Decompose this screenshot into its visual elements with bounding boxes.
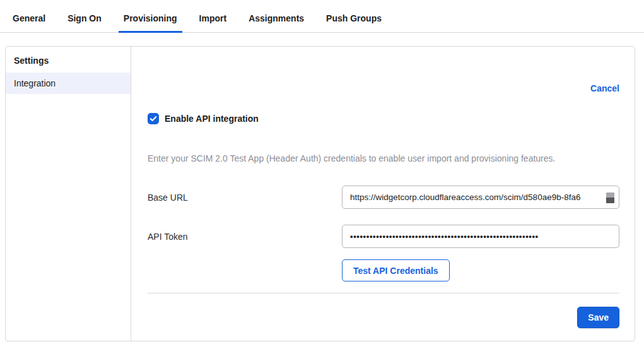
- sidebar-item-integration[interactable]: Integration: [6, 73, 131, 94]
- tab-general[interactable]: General: [8, 13, 50, 33]
- sidebar-header: Settings: [6, 47, 131, 73]
- enable-api-row: Enable API integration: [148, 113, 259, 124]
- base-url-value: https://widgetcorp.cloudflareaccess.com/…: [350, 192, 580, 202]
- cancel-button[interactable]: Cancel: [590, 83, 619, 93]
- settings-sidebar: Settings Integration: [6, 47, 131, 341]
- tab-provisioning[interactable]: Provisioning: [119, 13, 182, 33]
- tab-import[interactable]: Import: [194, 13, 232, 33]
- tab-push-groups[interactable]: Push Groups: [321, 13, 387, 33]
- tab-sign-on[interactable]: Sign On: [62, 13, 107, 33]
- api-token-input[interactable]: ••••••••••••••••••••••••••••••••••••••••…: [342, 225, 619, 248]
- api-token-row: API Token ••••••••••••••••••••••••••••••…: [148, 225, 619, 248]
- provisioning-panel: Settings Integration Cancel Enable API i…: [5, 46, 635, 341]
- integration-settings-content: Cancel Enable API integration Enter your…: [131, 47, 635, 341]
- text-selection-block: [606, 192, 614, 203]
- api-token-label: API Token: [148, 232, 342, 242]
- enable-api-label: Enable API integration: [165, 114, 259, 124]
- checkmark-icon: [149, 115, 157, 122]
- base-url-input[interactable]: https://widgetcorp.cloudflareaccess.com/…: [342, 186, 619, 209]
- footer-divider: [148, 293, 619, 293]
- tab-assignments[interactable]: Assignments: [243, 13, 309, 33]
- api-token-masked-value: ••••••••••••••••••••••••••••••••••••••••…: [350, 232, 539, 241]
- enable-api-checkbox[interactable]: [148, 113, 159, 124]
- base-url-label: Base URL: [148, 192, 342, 203]
- credentials-description: Enter your SCIM 2.0 Test App (Header Aut…: [148, 153, 619, 163]
- base-url-row: Base URL https://widgetcorp.cloudflareac…: [148, 186, 619, 209]
- save-button[interactable]: Save: [577, 307, 619, 328]
- test-api-credentials-button[interactable]: Test API Credentials: [342, 259, 450, 281]
- app-tab-bar: General Sign On Provisioning Import Assi…: [0, 0, 644, 33]
